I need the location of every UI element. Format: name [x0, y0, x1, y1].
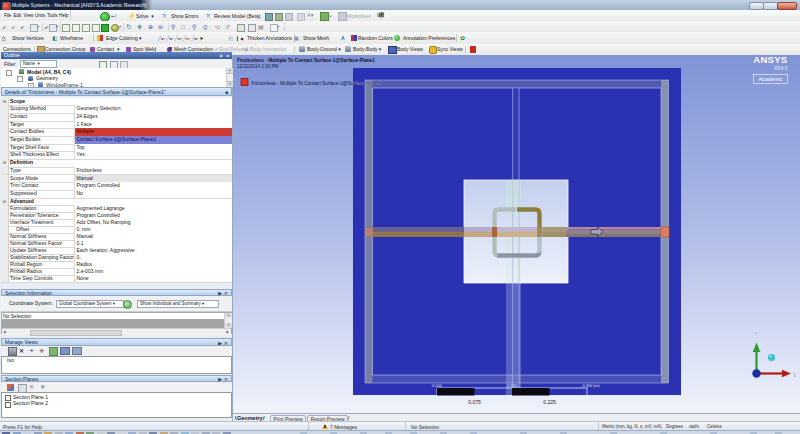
svg-text:0.225: 0.225 — [543, 399, 556, 405]
svg-text:0.075: 0.075 — [468, 399, 481, 405]
svg-text:Frictionless - Multiple To Con: Frictionless - Multiple To Contact Surfa… — [237, 58, 375, 63]
svg-text:0.150: 0.150 — [507, 383, 518, 388]
svg-text:X: X — [793, 373, 796, 378]
svg-text:12/20/2014 2:36 PM: 12/20/2014 2:36 PM — [237, 64, 279, 69]
svg-text:Y: Y — [755, 332, 758, 337]
svg-text:Academic: Academic — [758, 76, 782, 82]
svg-text:0.300 (m): 0.300 (m) — [582, 383, 600, 388]
svg-text:R14.5: R14.5 — [774, 65, 788, 71]
svg-text:ANSYS: ANSYS — [753, 55, 787, 65]
svg-text:0.000: 0.000 — [432, 383, 443, 388]
